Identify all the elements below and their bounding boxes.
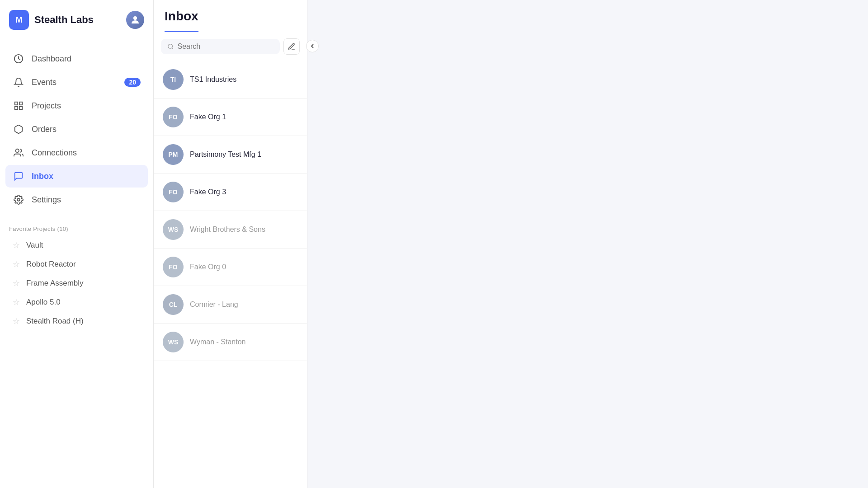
sidebar-item-settings[interactable]: Settings [5,188,148,211]
favorite-item-frame-assembly[interactable]: ☆ Frame Assembly [9,274,144,293]
star-icon: ☆ [13,259,20,269]
fav-item-label: Frame Assembly [26,279,84,288]
star-icon: ☆ [13,297,20,307]
conv-avatar-0: TI [163,69,184,90]
search-input[interactable] [177,42,274,51]
conversation-item-3[interactable]: FO Fake Org 3 [154,174,307,211]
svg-rect-4 [15,107,18,109]
sidebar-item-label: Settings [32,195,61,205]
conv-initials: TI [170,76,176,83]
conversation-item-4[interactable]: WS Wright Brothers & Sons [154,211,307,249]
conv-avatar-1: FO [163,107,184,127]
gear-icon [13,194,24,206]
search-icon [167,43,174,50]
favorites-title: Favorite Projects (10) [9,225,144,232]
bell-icon [13,76,24,88]
conv-avatar-6: CL [163,294,184,315]
conversation-item-6[interactable]: CL Cormier - Lang [154,286,307,324]
fav-item-label: Apollo 5.0 [26,298,61,307]
conv-initials: FO [169,263,177,271]
conversation-item-7[interactable]: WS Wyman - Stanton [154,324,307,361]
conv-initials: WS [168,338,179,346]
search-bar [154,32,307,61]
conv-name-5: Fake Org 0 [190,263,226,271]
conversation-item-2[interactable]: PM Partsimony Test Mfg 1 [154,136,307,174]
conversation-item-5[interactable]: FO Fake Org 0 [154,249,307,286]
svg-rect-2 [15,102,18,105]
inbox-header: Inbox [154,0,307,32]
sidebar-item-label: Projects [32,101,61,111]
conv-avatar-5: FO [163,257,184,277]
conv-avatar-7: WS [163,332,184,352]
compose-button[interactable] [283,38,300,55]
conv-initials: FO [169,188,177,196]
grid-icon [13,100,24,112]
dashboard-icon [13,53,24,65]
chat-icon [13,170,24,182]
logo-icon: M [9,10,29,30]
fav-item-label: Vault [26,241,43,250]
conv-initials: CL [169,301,178,308]
box-icon [13,123,24,135]
sidebar-logo: M Stealth Labs [9,10,94,30]
events-badge: 20 [124,78,141,87]
svg-point-6 [16,149,19,152]
sidebar-item-label: Orders [32,125,57,134]
sidebar-item-label: Dashboard [32,54,71,64]
users-icon [13,147,24,159]
conv-name-0: TS1 Industries [190,75,236,84]
star-icon: ☆ [13,316,20,326]
inbox-panel: Inbox [154,0,868,488]
favorite-item-vault[interactable]: ☆ Vault [9,236,144,255]
content-area [307,0,868,488]
sidebar-header: M Stealth Labs [0,0,153,40]
inbox-list-column: Inbox [154,0,307,488]
svg-point-7 [17,198,20,201]
sidebar-item-label: Events [32,78,57,87]
collapse-button[interactable] [306,40,319,52]
nav-list: Dashboard Events 20 Projects [0,40,153,218]
favorite-item-stealth-road[interactable]: ☆ Stealth Road (H) [9,312,144,331]
conv-name-6: Cormier - Lang [190,300,238,309]
company-name: Stealth Labs [34,14,94,26]
conv-initials: WS [168,226,179,233]
search-input-wrap [161,39,280,54]
conv-initials: PM [169,151,178,158]
sidebar-item-label: Connections [32,148,77,158]
favorite-item-apollo[interactable]: ☆ Apollo 5.0 [9,293,144,312]
conv-name-3: Fake Org 3 [190,188,226,196]
svg-point-8 [168,44,173,49]
sidebar-item-label: Inbox [32,172,53,181]
sidebar-item-orders[interactable]: Orders [5,118,148,141]
svg-rect-3 [19,102,22,105]
avatar[interactable] [126,11,144,29]
svg-line-9 [172,48,173,49]
favorite-item-robot-reactor[interactable]: ☆ Robot Reactor [9,255,144,274]
inbox-title: Inbox [165,9,198,32]
sidebar-item-projects[interactable]: Projects [5,94,148,117]
conversation-item-1[interactable]: FO Fake Org 1 [154,99,307,136]
conv-name-1: Fake Org 1 [190,113,226,121]
svg-point-0 [133,16,137,20]
sidebar-item-inbox[interactable]: Inbox [5,165,148,188]
star-icon: ☆ [13,278,20,288]
conv-avatar-2: PM [163,144,184,165]
sidebar-item-dashboard[interactable]: Dashboard [5,47,148,70]
avatar-inner [126,11,144,29]
conv-initials: FO [169,113,177,121]
fav-item-label: Stealth Road (H) [26,317,84,326]
conv-name-2: Partsimony Test Mfg 1 [190,150,261,159]
sidebar-item-events[interactable]: Events 20 [5,71,148,94]
sidebar-item-connections[interactable]: Connections [5,141,148,164]
conv-avatar-4: WS [163,219,184,240]
conv-name-4: Wright Brothers & Sons [190,225,265,234]
star-icon: ☆ [13,240,20,250]
favorites-section: Favorite Projects (10) ☆ Vault ☆ Robot R… [0,218,153,334]
pencil-icon [288,42,296,51]
main-area: Inbox [154,0,868,488]
sidebar: M Stealth Labs Dashboard [0,0,154,488]
conv-avatar-3: FO [163,182,184,202]
conv-name-7: Wyman - Stanton [190,338,245,346]
svg-rect-5 [19,107,22,109]
conversation-item-0[interactable]: TI TS1 Industries [154,61,307,99]
